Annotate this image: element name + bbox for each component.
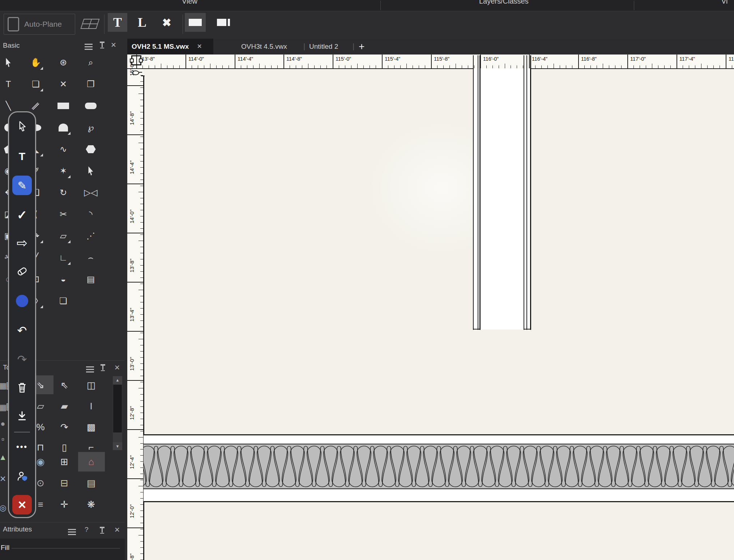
pin-icon[interactable]: [102, 528, 103, 533]
tab-ovh2[interactable]: OVH2 5.1 MS.vwx ✕: [127, 39, 213, 54]
tool-line-tool[interactable]: ╲: [0, 98, 16, 114]
tool-pilaster-tool[interactable]: ▯: [56, 439, 72, 455]
more-options-icon: •••: [16, 442, 28, 452]
annotation-more-options[interactable]: •••: [16, 442, 28, 452]
tool-rotate-tool[interactable]: ↻: [55, 185, 71, 201]
tool-protractor-tool[interactable]: ◒: [55, 271, 71, 287]
tool-furnishing-set[interactable]: ⊟: [56, 475, 72, 491]
tool-detailing-set[interactable]: ❋: [83, 496, 99, 512]
tool-corner-angle-tool[interactable]: ∟: [55, 250, 71, 266]
wall-section-line: [144, 501, 734, 502]
ruler-tick: [140, 394, 143, 395]
tab-untitled2[interactable]: Untitled 2: [309, 39, 338, 54]
annotation-download-button[interactable]: [17, 410, 27, 423]
wand-tool-icon: ✶: [60, 166, 67, 176]
autoplane-group[interactable]: Auto-Plane: [4, 14, 75, 35]
tool-zoom-tool[interactable]: ⌕: [83, 55, 99, 70]
text-tool-icon: T: [19, 150, 25, 163]
curtain-wall-tool-icon: ⇖: [60, 380, 68, 391]
ruler-label: 114'-0": [188, 56, 204, 62]
annotation-eraser-tool[interactable]: [16, 266, 28, 279]
annotation-check-tool[interactable]: ✓: [17, 208, 27, 222]
scroll-up-icon[interactable]: ▲: [113, 376, 122, 384]
menu-layers-classes[interactable]: Layers/Classes: [479, 0, 529, 5]
tab-close-icon[interactable]: ✕: [197, 43, 202, 50]
regular-polygon-tool-icon: [86, 145, 96, 154]
tool-callout-tool[interactable]: ❏: [28, 76, 44, 92]
ruler-tick: [140, 198, 143, 198]
tool-rectangle-tool[interactable]: [55, 98, 71, 114]
tool-batten-tool[interactable]: ▩: [83, 419, 99, 435]
tool-selection-tool[interactable]: [0, 55, 16, 70]
tool-callout-leader-tool[interactable]: ❏: [55, 293, 71, 309]
ruler-tick: [138, 339, 143, 339]
annotation-pointer-tool[interactable]: [17, 121, 27, 134]
menu-icon[interactable]: [68, 529, 76, 530]
help-icon[interactable]: ?: [85, 526, 89, 534]
tool-column-beam-tool[interactable]: Ι: [83, 398, 99, 414]
ruler-tick: [140, 511, 143, 511]
tool-wand-tool[interactable]: ✶: [55, 163, 71, 179]
ruler-tick: [302, 65, 302, 68]
tool-curved-ramp-tool[interactable]: ↷: [56, 419, 72, 435]
chip-tool-icon: ▤: [87, 274, 95, 284]
tool-door-tool[interactable]: ◫: [83, 377, 99, 393]
tool-dims-ruler-set[interactable]: ▤: [83, 475, 99, 491]
tool-text-tool[interactable]: T: [0, 76, 16, 92]
annotation-pencil-tool[interactable]: ✎: [12, 176, 32, 195]
tool-roof-outline-tool[interactable]: ⌐: [83, 439, 99, 455]
tool-chip-tool[interactable]: ▤: [83, 271, 99, 287]
ruler-origin-marker[interactable]: [131, 55, 141, 65]
annotation-close-button[interactable]: ✕: [12, 495, 32, 514]
tool-regular-polygon-tool[interactable]: [83, 141, 99, 157]
tool-curtain-wall-tool[interactable]: ⇖: [56, 377, 72, 393]
top-view-button[interactable]: T: [108, 13, 127, 32]
scroll-down-icon[interactable]: ▼: [113, 442, 122, 450]
x-view-button[interactable]: ✖: [157, 13, 176, 32]
tool-flyover-tool[interactable]: ⊛: [55, 55, 71, 70]
tool-arc-tool[interactable]: [55, 120, 71, 135]
annotation-redo-button[interactable]: ↷: [17, 353, 27, 366]
tool-double-line-tool[interactable]: ∥: [28, 98, 44, 114]
tool-hinge-set[interactable]: ⊞: [56, 454, 72, 470]
tool-pan-tool[interactable]: ✋: [28, 55, 44, 70]
tool-eraser-3d-tool[interactable]: ▱: [55, 228, 71, 244]
annotation-arrow-tool[interactable]: ⇨: [17, 236, 27, 251]
annotation-trash-button[interactable]: [17, 382, 27, 395]
tool-split-tool[interactable]: ✂: [55, 206, 71, 222]
tool-building-shell-set[interactable]: ⌂: [83, 454, 99, 470]
tool-rounded-rectangle-tool[interactable]: [83, 98, 99, 114]
single-pane-button[interactable]: [185, 13, 206, 32]
ruler-tick: [590, 65, 591, 68]
tool-floor-tool[interactable]: ▰: [56, 398, 72, 414]
tool-select-similar-tool[interactable]: [83, 163, 99, 179]
toolsets-scrollbar[interactable]: ▲ ▼: [113, 376, 122, 450]
annotation-undo-button[interactable]: ↶: [17, 324, 27, 337]
tool-mirror-tool[interactable]: ▷◁: [83, 185, 99, 201]
new-tab-button[interactable]: +: [359, 39, 364, 54]
annotation-color-dot[interactable]: [16, 295, 28, 307]
page-origin-marker: [132, 70, 139, 75]
split-pane-button[interactable]: [213, 13, 234, 32]
annotation-privacy-user[interactable]: [16, 471, 28, 483]
tool-delete-tool[interactable]: ✕: [55, 76, 71, 92]
working-plane-icon[interactable]: [80, 19, 99, 29]
tool-double-polygon-tool[interactable]: ∿: [55, 141, 71, 157]
tool-fastener-set[interactable]: ✛: [56, 496, 72, 512]
tool-freehand-tool[interactable]: ℘: [83, 120, 99, 135]
corner-view-button[interactable]: L: [132, 13, 152, 32]
drawing-canvas[interactable]: 113'-8"114'-0"114'-4"114'-8"115'-0"115'-…: [127, 54, 734, 560]
scrollbar-thumb[interactable]: [113, 385, 122, 432]
ruler-tick: [621, 65, 622, 68]
tool-stack-layers-tool[interactable]: ❐: [83, 76, 99, 92]
tool-fillet-tool[interactable]: ◝: [83, 206, 99, 222]
ruler-label: 115'-4": [385, 56, 400, 62]
autoplane-checkbox[interactable]: [8, 17, 19, 31]
tool-connect-combine-tool[interactable]: ⋰: [83, 228, 99, 244]
menu-view[interactable]: View: [182, 0, 197, 5]
tab-ovh3t[interactable]: OVH3t 4.5.vwx: [241, 39, 287, 54]
tool-double-arc-tool[interactable]: ⌢: [83, 250, 99, 266]
close-icon[interactable]: ✕: [114, 526, 120, 534]
annotation-text-tool[interactable]: T: [19, 150, 25, 163]
menu-right-partial[interactable]: Vi: [721, 0, 727, 5]
